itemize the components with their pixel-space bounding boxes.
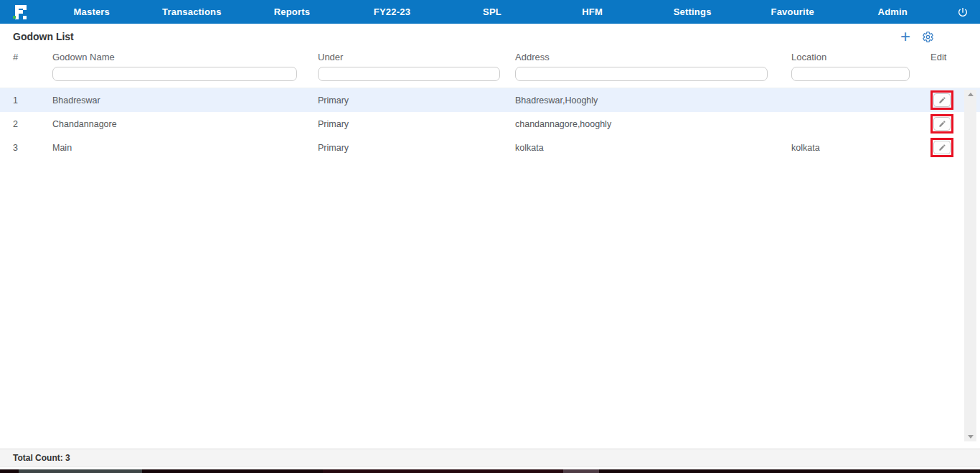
bottom-edge-strip: [0, 469, 980, 473]
edit-annotation-box: [930, 90, 953, 110]
top-navbar: Masters Transactions Reports FY22-23 SPL…: [0, 0, 980, 24]
column-header-address: Address: [515, 52, 791, 62]
table-body: 1 Bhadreswar Primary Bhadreswar,Hooghly …: [0, 88, 980, 159]
cell-num: 1: [13, 95, 52, 106]
column-header-num: #: [13, 52, 52, 62]
nav-item-settings[interactable]: Settings: [642, 0, 743, 24]
page-header: Godown List +: [0, 24, 980, 47]
logout-power-button[interactable]: [943, 6, 980, 18]
nav-item-masters[interactable]: Masters: [42, 0, 142, 24]
header-actions: +: [900, 30, 967, 43]
cell-under: Primary: [318, 143, 515, 153]
app-logo: [0, 4, 42, 21]
column-header-under: Under: [318, 52, 515, 62]
nav-item-favourite[interactable]: Favourite: [743, 0, 843, 24]
nav-item-reports[interactable]: Reports: [242, 0, 342, 24]
filter-under-input[interactable]: [318, 67, 500, 81]
cell-godown-name: Bhadreswar: [52, 95, 318, 106]
pencil-icon: [938, 120, 946, 128]
edit-annotation-box: [930, 138, 953, 157]
table-row[interactable]: 1 Bhadreswar Primary Bhadreswar,Hooghly: [0, 88, 980, 112]
edit-row-button[interactable]: [933, 117, 951, 131]
cell-address: Bhadreswar,Hooghly: [515, 95, 791, 106]
cell-address: kolkata: [515, 143, 791, 153]
scroll-up-icon[interactable]: [968, 93, 974, 96]
pencil-icon: [938, 144, 946, 151]
nav-item-spl[interactable]: SPL: [442, 0, 542, 24]
table-filter-row: [0, 65, 980, 83]
status-bar: Total Count: 3: [0, 449, 980, 467]
edit-row-button[interactable]: [933, 141, 951, 154]
add-godown-button[interactable]: +: [900, 30, 910, 43]
gear-icon: [922, 31, 934, 43]
scroll-down-icon[interactable]: [968, 435, 974, 439]
column-header-location: Location: [791, 52, 930, 62]
nav-item-admin[interactable]: Admin: [843, 0, 943, 24]
cell-under: Primary: [318, 119, 515, 129]
column-header-godown-name: Godown Name: [52, 52, 318, 62]
grid-settings-button[interactable]: [922, 31, 934, 43]
column-header-edit: Edit: [930, 52, 974, 62]
filter-address-input[interactable]: [515, 67, 768, 81]
nav-item-hfm[interactable]: HFM: [542, 0, 643, 24]
page-title: Godown List: [13, 31, 74, 42]
table-row[interactable]: 2 Chandannagore Primary chandannagore,ho…: [0, 112, 980, 136]
cell-godown-name: Main: [52, 143, 318, 153]
cell-address: chandannagore,hooghly: [515, 119, 791, 129]
power-icon: [957, 6, 969, 18]
strip-segment: [323, 469, 563, 473]
cell-num: 3: [13, 143, 52, 153]
nav-item-fy22-23[interactable]: FY22-23: [342, 0, 443, 24]
cell-location: kolkata: [791, 143, 930, 153]
edit-row-button[interactable]: [933, 93, 951, 107]
table-header-row: # Godown Name Under Address Location Edi…: [0, 48, 980, 65]
cell-num: 2: [13, 119, 52, 129]
nav-menu: Masters Transactions Reports FY22-23 SPL…: [42, 0, 943, 24]
plus-icon: +: [900, 30, 910, 43]
filter-location-input[interactable]: [791, 67, 910, 81]
strip-segment: [19, 469, 142, 473]
cell-godown-name: Chandannagore: [52, 119, 318, 129]
strip-segment: [563, 469, 599, 473]
table-row[interactable]: 3 Main Primary kolkata kolkata: [0, 136, 980, 159]
total-count-label: Total Count: 3: [13, 453, 70, 463]
pencil-icon: [938, 96, 946, 104]
cell-under: Primary: [318, 95, 515, 106]
vertical-scrollbar[interactable]: [964, 90, 976, 441]
app-logo-icon: [13, 4, 29, 21]
edit-annotation-box: [930, 114, 953, 134]
filter-godown-name-input[interactable]: [52, 67, 297, 81]
nav-item-transactions[interactable]: Transactions: [142, 0, 242, 24]
